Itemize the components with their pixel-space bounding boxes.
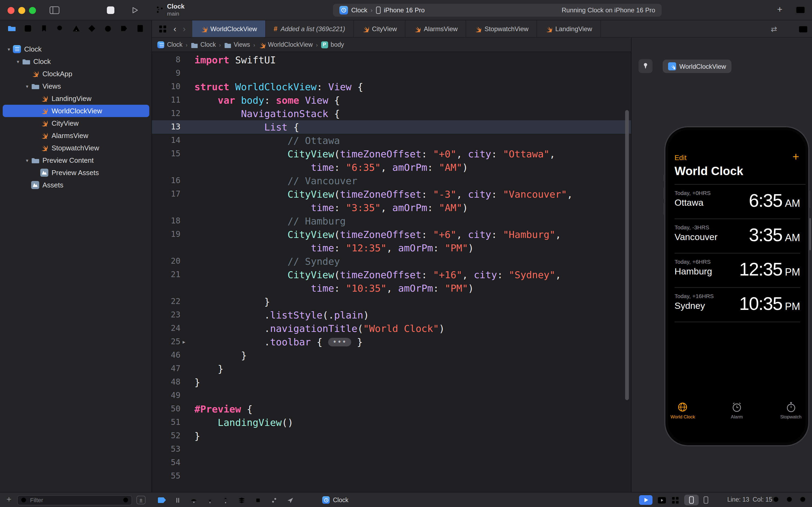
code-line[interactable]: 10struct WorldClockView: View { <box>152 80 631 94</box>
code-line[interactable]: 8import SwiftUI <box>152 53 631 67</box>
active-target[interactable]: Clock <box>322 493 349 507</box>
code-line[interactable]: 18 // Hamburg <box>152 214 631 228</box>
tab-stopwatch[interactable]: Stopwatch <box>776 401 806 425</box>
scheme-menu[interactable]: Clock › iPhone 16 Pro <box>339 6 425 14</box>
environment-overrides-icon[interactable] <box>270 496 278 504</box>
breadcrumb-folder-views[interactable]: Views <box>224 41 250 48</box>
sidebar-toggle-icon[interactable] <box>49 6 60 14</box>
sidebar-item-worldclockview[interactable]: WorldClockView <box>3 105 149 117</box>
minimap-options-icon[interactable] <box>784 25 792 33</box>
sidebar-item-alarmsview[interactable]: AlarmsView <box>3 129 149 142</box>
editor-layout-icon[interactable] <box>796 6 805 13</box>
find-navigator-icon[interactable] <box>56 24 64 33</box>
add-city-button[interactable]: + <box>793 150 799 163</box>
breakpoints-toggle-icon[interactable] <box>158 497 166 503</box>
fullscreen-button[interactable] <box>29 7 36 14</box>
code-review-icon[interactable]: ⇄ <box>771 25 777 33</box>
tab-world-clock[interactable]: World Clock <box>668 401 697 425</box>
device-preview-button[interactable] <box>684 495 699 505</box>
source-control-navigator-icon[interactable] <box>23 24 32 33</box>
code-line[interactable]: 11 var body: some View { <box>152 94 631 107</box>
code-line[interactable]: 49 <box>152 389 631 402</box>
zoom-in-icon[interactable] <box>799 496 808 504</box>
stop-button[interactable] <box>107 6 114 14</box>
breadcrumb-folder-clock[interactable]: Clock <box>191 41 216 48</box>
code-fold-chevron-icon[interactable]: ▸ <box>183 335 185 349</box>
issues-navigator-icon[interactable] <box>72 24 80 33</box>
pin-preview-button[interactable] <box>639 59 652 73</box>
code-line[interactable]: 9 <box>152 67 631 80</box>
code-line[interactable]: 22 } <box>152 295 631 308</box>
pause-icon[interactable] <box>174 496 181 504</box>
city-row-ottawa[interactable]: Today, +0HRS Ottawa 6:35 AM <box>675 185 800 219</box>
breadcrumb-symbol-body[interactable]: P body <box>321 41 344 48</box>
go-forward-button[interactable]: › <box>183 24 186 33</box>
code-line[interactable]: 15 CityView(timeZoneOffset: "+0", city: … <box>152 147 631 161</box>
code-line[interactable]: 20 // Syndey <box>152 255 631 268</box>
debug-navigator-icon[interactable] <box>104 24 113 33</box>
code-line[interactable]: 16 // Vancouver <box>152 174 631 187</box>
code-line[interactable]: 13 List { <box>152 120 631 134</box>
tests-navigator-icon[interactable] <box>88 24 97 33</box>
code-line[interactable]: 54 <box>152 456 631 469</box>
edit-button[interactable]: Edit <box>675 154 687 162</box>
folded-code-pill[interactable]: ••• <box>329 338 351 346</box>
sidebar-item-views[interactable]: ▾ Views <box>3 80 149 92</box>
add-tab-button[interactable]: + <box>777 4 782 15</box>
add-file-button[interactable]: + <box>6 495 11 504</box>
sidebar-item-cityview[interactable]: CityView <box>3 117 149 129</box>
code-line[interactable]: 55 <box>152 469 631 483</box>
sidebar-item-clock-project[interactable]: ▾ Clock <box>3 43 149 55</box>
code-line[interactable]: 46 } <box>152 349 631 362</box>
zoom-out-icon[interactable] <box>772 496 781 504</box>
code-line[interactable]: time: "3:35", amOrPm: "AM") <box>152 201 631 214</box>
disclosure-chevron-icon[interactable]: ▾ <box>5 47 12 52</box>
filter-input[interactable] <box>29 496 120 504</box>
code-editor[interactable]: 8import SwiftUI910struct WorldClockView:… <box>152 52 631 492</box>
disclosure-chevron-icon[interactable]: ▾ <box>23 158 31 163</box>
breadcrumb-file[interactable]: WorldClockView <box>258 41 313 48</box>
tab-commit-added-a-list[interactable]: # Added a list (369c221) <box>266 20 354 37</box>
city-row-hamburg[interactable]: Today, +6HRS Hamburg 12:35 PM <box>675 253 800 288</box>
project-navigator-icon[interactable] <box>7 24 16 33</box>
code-line[interactable]: 25▸ .toolbar { ••• } <box>152 335 631 349</box>
code-line[interactable]: 21 CityView(timeZoneOffset: "+16", city:… <box>152 268 631 281</box>
device-settings-button[interactable] <box>699 495 713 505</box>
related-items-icon[interactable] <box>159 24 167 33</box>
scope-toggle-icon[interactable]: ± <box>136 496 146 504</box>
tab-landingview[interactable]: LandingView <box>537 20 601 37</box>
close-button[interactable] <box>7 7 14 14</box>
grid-variants-icon[interactable] <box>671 496 679 504</box>
step-out-icon[interactable] <box>222 496 229 504</box>
code-line[interactable]: 14 // Ottawa <box>152 134 631 147</box>
tab-worldclockview[interactable]: WorldClockView <box>192 20 266 37</box>
sidebar-item-landingview[interactable]: LandingView <box>3 92 149 105</box>
tab-stopwatchview[interactable]: StopwatchView <box>466 20 537 37</box>
source-control-summary[interactable]: Clock main <box>156 3 184 17</box>
code-line[interactable]: 48} <box>152 376 631 389</box>
bookmarks-navigator-icon[interactable] <box>40 24 48 33</box>
tab-alarm[interactable]: Alarm <box>722 401 751 425</box>
minimize-button[interactable] <box>18 7 25 14</box>
code-line[interactable]: 47 } <box>152 362 631 376</box>
navigator-filter[interactable] <box>17 495 132 505</box>
canvas-scrollbar[interactable] <box>809 218 811 250</box>
code-line[interactable]: 53 <box>152 443 631 456</box>
preview-variants-icon[interactable] <box>657 496 666 504</box>
code-line[interactable]: time: "12:35", amOrPm: "PM") <box>152 241 631 255</box>
code-line[interactable]: time: "6:35", amOrPm: "AM") <box>152 161 631 174</box>
code-line[interactable]: 23 .listStyle(.plain) <box>152 308 631 322</box>
code-line[interactable]: time: "10:35", amOrPm: "PM") <box>152 281 631 295</box>
simulate-location-icon[interactable] <box>286 496 294 504</box>
city-row-sydney[interactable]: Today, +16HRS Sydney 10:35 PM <box>675 288 800 322</box>
step-into-icon[interactable] <box>206 496 214 504</box>
sidebar-item-stopwatchview[interactable]: StopwatchView <box>3 142 149 154</box>
code-line[interactable]: 51 LandingView() <box>152 416 631 429</box>
tab-cityview[interactable]: CityView <box>354 20 405 37</box>
disclosure-chevron-icon[interactable]: ▾ <box>14 59 21 64</box>
city-row-vancouver[interactable]: Today, -3HRS Vancouver 3:35 AM <box>675 219 800 253</box>
code-line[interactable]: 24 .navigationTitle("World Clock") <box>152 322 631 335</box>
breadcrumb-project[interactable]: Clock <box>157 41 183 48</box>
sidebar-item-preview-assets[interactable]: Preview Assets <box>3 167 149 179</box>
run-button[interactable] <box>130 6 139 14</box>
